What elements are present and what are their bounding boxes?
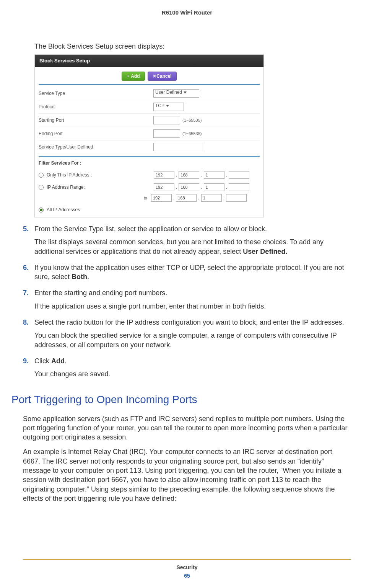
step-8: 8. Select the radio button for the IP ad…	[23, 318, 351, 353]
doc-header: R6100 WiFi Router	[23, 9, 351, 16]
step-8-line2: You can block the specified service for …	[34, 331, 351, 350]
footer-rule	[23, 559, 351, 560]
step-9-line1: Click Add.	[34, 356, 351, 366]
ip-a-4[interactable]	[229, 171, 249, 179]
label-starting-port: Starting Port	[39, 118, 153, 123]
step-7: 7. Enter the starting and ending port nu…	[23, 288, 351, 315]
ip-b2-4[interactable]	[226, 194, 247, 202]
filter-title: Filter Services For :	[39, 159, 260, 169]
panel-toolbar: +Add ✕Cancel	[35, 67, 263, 84]
ip-a-3[interactable]: 1	[204, 171, 224, 179]
ending-port-input[interactable]	[153, 129, 180, 138]
para-2: An example is Internet Relay Chat (IRC).…	[23, 447, 351, 503]
step-num-8: 8.	[23, 318, 34, 353]
ip-b1-1[interactable]: 192	[154, 183, 174, 191]
port-hint-2: (1~65535)	[182, 131, 202, 136]
service-type-select[interactable]: User Defined	[153, 89, 199, 98]
ip-b2-1[interactable]: 192	[151, 194, 172, 202]
step-6: 6. If you know that the application uses…	[23, 263, 351, 286]
x-icon: ✕	[153, 74, 156, 79]
cancel-button[interactable]: ✕Cancel	[148, 72, 176, 81]
panel-title: Block Services Setup	[35, 55, 263, 67]
label-all-ip: All IP Addresses	[47, 207, 80, 212]
intro-text: The Block Services Setup screen displays…	[34, 42, 351, 51]
step-6-line1: If you know that the application uses ei…	[34, 263, 351, 282]
label-ip-range: IP Address Range:	[47, 185, 154, 190]
step-num-9: 9.	[23, 356, 34, 383]
step-5: 5. From the Service Type list, select th…	[23, 224, 351, 260]
ip-b2-3[interactable]: 1	[201, 194, 222, 202]
section-heading: Port Triggering to Open Incoming Ports	[11, 394, 351, 406]
user-defined-input[interactable]	[153, 143, 203, 151]
ip-b2-2[interactable]: 168	[176, 194, 197, 202]
block-services-panel: Block Services Setup +Add ✕Cancel Servic…	[34, 54, 264, 217]
port-hint: (1~65535)	[182, 118, 202, 122]
add-button-label: Add	[131, 74, 140, 79]
label-only-this-ip: Only This IP Address :	[47, 172, 154, 178]
ip-a-2[interactable]: 168	[179, 171, 199, 179]
ip-b1-3[interactable]: 1	[204, 183, 224, 191]
divider	[39, 84, 260, 85]
footer-page-number: 65	[0, 573, 374, 579]
ip-b1-2[interactable]: 168	[179, 183, 199, 191]
label-to: to	[39, 196, 151, 200]
cancel-button-label: Cancel	[156, 74, 171, 79]
step-9-line2: Your changes are saved.	[34, 369, 351, 379]
label-user-defined: Service Type/User Defined	[39, 144, 153, 150]
label-ending-port: Ending Port	[39, 131, 153, 136]
radio-only-this-ip[interactable]	[39, 173, 44, 178]
protocol-select[interactable]: TCP	[153, 103, 184, 111]
footer-title: Security	[0, 564, 374, 570]
step-8-line1: Select the radio button for the IP addre…	[34, 318, 351, 327]
step-num-6: 6.	[23, 263, 34, 286]
radio-all-ip[interactable]	[39, 207, 44, 212]
footer: Security 65	[0, 559, 374, 579]
ip-b1-4[interactable]	[229, 183, 249, 191]
step-7-line1: Enter the starting and ending port numbe…	[34, 288, 351, 297]
chevron-down-icon	[184, 91, 187, 93]
plus-icon: +	[127, 74, 129, 79]
add-button[interactable]: +Add	[122, 72, 145, 81]
step-5-line2: The list displays several common service…	[34, 237, 351, 256]
label-protocol: Protocol	[39, 104, 153, 109]
step-9: 9. Click Add. Your changes are saved.	[23, 356, 351, 383]
step-num-7: 7.	[23, 288, 34, 315]
step-num-5: 5.	[23, 224, 34, 260]
chevron-down-icon	[166, 105, 169, 107]
step-5-line1: From the Service Type list, select the a…	[34, 224, 351, 234]
ip-a-1[interactable]: 192	[154, 171, 174, 179]
starting-port-input[interactable]	[153, 116, 180, 124]
para-1: Some application servers (such as FTP an…	[23, 414, 351, 442]
step-7-line2: If the application uses a single port nu…	[34, 302, 351, 311]
label-service-type: Service Type	[39, 91, 153, 96]
radio-ip-range[interactable]	[39, 185, 44, 190]
